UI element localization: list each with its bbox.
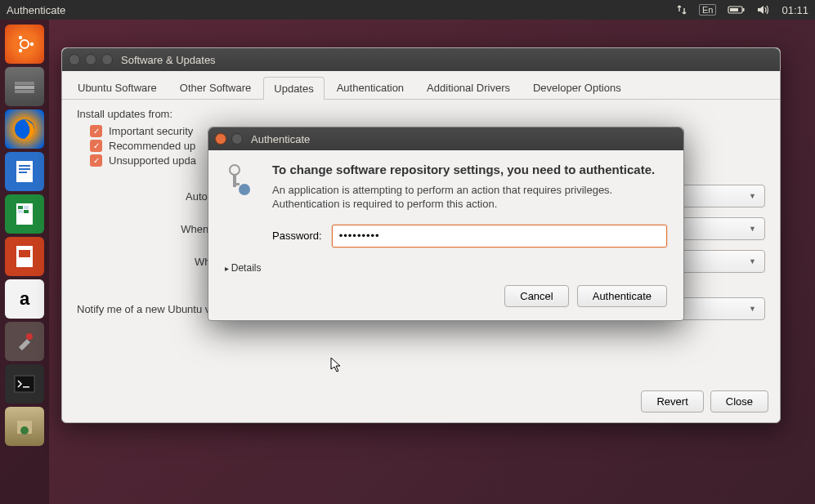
dialog-description: An application is attempting to perform …	[272, 183, 667, 212]
svg-rect-7	[15, 82, 34, 85]
system-indicators: En 01:11	[676, 4, 808, 16]
checkmark-icon: ✓	[90, 125, 102, 137]
install-from-label: Install updates from:	[77, 108, 765, 120]
window-maximize-icon[interactable]	[101, 54, 113, 65]
svg-point-3	[20, 40, 29, 48]
launcher-calc[interactable]	[5, 194, 44, 234]
svg-rect-21	[19, 250, 30, 257]
dialog-title: Authenticate	[251, 133, 310, 145]
dialog-heading: To change software repository settings, …	[272, 162, 667, 178]
details-expander[interactable]: Details	[208, 259, 683, 274]
tab-authentication[interactable]: Authentication	[326, 76, 414, 99]
svg-point-26	[20, 426, 29, 435]
dialog-minimize-icon[interactable]	[231, 133, 243, 145]
menubar-title: Authenticate	[7, 4, 65, 16]
tab-additional-drivers[interactable]: Additional Drivers	[416, 76, 521, 99]
launcher-trash[interactable]	[5, 407, 44, 446]
svg-rect-19	[24, 210, 29, 213]
authenticate-dialog: Authenticate To change software reposito…	[208, 127, 684, 321]
top-menubar: Authenticate En 01:11	[0, 0, 815, 20]
tab-other-software[interactable]: Other Software	[169, 76, 262, 99]
authenticate-button[interactable]: Authenticate	[577, 285, 667, 307]
checkbox-label: Unsupported upda	[109, 154, 196, 167]
svg-rect-13	[19, 168, 30, 170]
svg-point-6	[19, 49, 22, 52]
svg-rect-9	[15, 90, 34, 93]
window-titlebar[interactable]: Software & Updates	[62, 48, 780, 71]
cancel-button[interactable]: Cancel	[504, 285, 568, 307]
svg-rect-2	[730, 8, 738, 11]
svg-rect-8	[15, 86, 34, 89]
window-title: Software & Updates	[121, 54, 216, 66]
tab-updates[interactable]: Updates	[263, 77, 324, 100]
close-button[interactable]: Close	[710, 390, 768, 413]
chevron-down-icon: ▼	[749, 192, 756, 200]
checkbox-label: Recommended up	[109, 140, 195, 152]
window-minimize-icon[interactable]	[85, 54, 96, 65]
svg-point-5	[19, 36, 22, 39]
password-input[interactable]	[332, 225, 667, 248]
svg-point-30	[239, 184, 250, 195]
launcher-writer[interactable]	[5, 152, 44, 191]
battery-icon[interactable]	[728, 5, 746, 15]
svg-point-27	[230, 165, 240, 175]
revert-button[interactable]: Revert	[641, 390, 703, 413]
unity-launcher: a	[0, 20, 49, 504]
tab-ubuntu-software[interactable]: Ubuntu Software	[67, 76, 168, 99]
launcher-settings[interactable]	[5, 322, 44, 361]
volume-icon[interactable]	[757, 4, 770, 16]
keyboard-indicator[interactable]: En	[699, 4, 716, 16]
tab-bar: Ubuntu Software Other Software Updates A…	[62, 71, 780, 100]
launcher-impress[interactable]	[5, 237, 44, 276]
launcher-firefox[interactable]	[5, 109, 44, 149]
svg-rect-29	[233, 183, 240, 185]
checkmark-icon: ✓	[90, 154, 102, 167]
checkmark-icon: ✓	[90, 140, 102, 152]
checkbox-label: Important security	[109, 125, 193, 137]
launcher-files[interactable]	[5, 67, 44, 106]
svg-rect-24	[23, 386, 29, 388]
password-label: Password:	[272, 230, 322, 242]
svg-point-22	[26, 333, 33, 340]
launcher-dash[interactable]	[5, 25, 44, 64]
svg-rect-17	[24, 206, 29, 209]
svg-rect-18	[18, 210, 23, 213]
window-close-icon[interactable]	[69, 54, 80, 65]
chevron-down-icon: ▼	[749, 305, 756, 313]
clock[interactable]: 01:11	[781, 4, 808, 16]
dialog-titlebar[interactable]: Authenticate	[208, 127, 683, 150]
chevron-down-icon: ▼	[749, 257, 756, 265]
launcher-amazon[interactable]: a	[5, 279, 44, 319]
svg-rect-16	[18, 206, 23, 209]
network-icon[interactable]	[676, 4, 687, 16]
tab-developer-options[interactable]: Developer Options	[522, 76, 632, 99]
svg-point-4	[30, 42, 34, 46]
svg-rect-23	[15, 376, 34, 392]
svg-rect-12	[19, 165, 30, 167]
chevron-down-icon: ▼	[749, 225, 756, 233]
svg-rect-1	[743, 8, 745, 11]
dialog-close-icon[interactable]	[215, 133, 226, 145]
svg-rect-14	[19, 172, 27, 173]
keys-icon	[222, 162, 257, 198]
details-label: Details	[231, 262, 262, 274]
launcher-terminal[interactable]	[5, 364, 44, 404]
